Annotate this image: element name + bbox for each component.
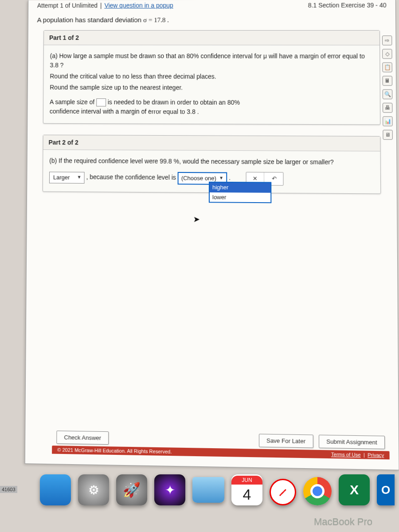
rail-icon-6[interactable]: 🖶 <box>383 103 393 113</box>
left-badge: 41603 <box>0 486 17 493</box>
dock-region: 41603 ⚙ 🚀 ✦ JUN 4 ⟋ X O <box>0 461 399 505</box>
anydesk-icon[interactable]: ⟋ <box>270 479 296 505</box>
rail-icon-2[interactable]: ◇ <box>382 49 392 59</box>
part2-question: (b) If the required confidence level wer… <box>49 156 374 167</box>
copyright-text: © 2021 McGraw-Hill Education. All Rights… <box>57 447 172 454</box>
ans-post1: is needed to be drawn in order to obtain… <box>108 98 240 106</box>
finder-icon[interactable] <box>40 474 71 505</box>
cursor-icon: ➤ <box>193 214 200 224</box>
view-in-popup-link[interactable]: View question in a popup <box>104 2 173 9</box>
problem-intro: A population has standard deviation σ = … <box>28 12 396 30</box>
attempt-label: Attempt 1 of Unlimited <box>37 2 98 9</box>
folder-icon[interactable] <box>192 477 224 503</box>
assignment-window: Attempt 1 of Unlimited | View question i… <box>25 0 399 470</box>
part1-hint1: Round the critical value to no less than… <box>50 72 373 82</box>
check-answer-button[interactable]: Check Answer <box>56 430 109 445</box>
intro-text: A population has standard deviation <box>37 16 144 23</box>
rail-icon-1[interactable]: ⇨ <box>382 35 392 45</box>
rail-icon-5[interactable]: 🔍 <box>383 89 393 99</box>
macbook-label: MacBook Pro <box>314 516 372 528</box>
rail-icon-4[interactable]: 🖩 <box>383 76 393 86</box>
option-higher[interactable]: higher <box>210 183 270 193</box>
ans-post2: confidence interval with a margin of err… <box>50 108 199 115</box>
dock: ⚙ 🚀 ✦ JUN 4 ⟋ X O <box>35 470 399 505</box>
rail-icon-8[interactable]: 🖥 <box>383 130 393 140</box>
larger-smaller-select[interactable]: Larger <box>49 172 85 183</box>
launchpad-icon[interactable]: 🚀 <box>116 474 147 505</box>
rail-icon-3[interactable]: 📋 <box>382 63 392 72</box>
reason-dropdown[interactable]: higher lower <box>209 182 271 203</box>
sigma-value: σ = 17.8 . <box>143 16 169 23</box>
part1-card: Part 1 of 2 (a) How large a sample must … <box>43 30 380 125</box>
reason-placeholder: (Choose one) <box>181 175 216 182</box>
section-label: 8.1 Section Exercise 39 - 40 <box>308 2 387 9</box>
save-for-later-button[interactable]: Save For Later <box>259 434 313 448</box>
sample-size-input[interactable] <box>96 98 106 106</box>
ans-pre: A sample size of <box>50 98 96 106</box>
part2-title: Part 2 of 2 <box>43 135 380 152</box>
option-lower[interactable]: lower <box>210 192 270 202</box>
siri-icon[interactable]: ✦ <box>154 474 185 505</box>
outlook-icon[interactable]: O <box>377 474 395 505</box>
calendar-icon[interactable]: JUN 4 <box>231 474 262 505</box>
part1-title: Part 1 of 2 <box>44 31 379 45</box>
rail-icon-7[interactable]: 📊 <box>383 116 393 126</box>
tool-rail: ⇨ ◇ 📋 🖩 🔍 🖶 📊 🖥 <box>382 35 395 140</box>
question-header: Attempt 1 of Unlimited | View question i… <box>28 0 395 12</box>
excel-icon[interactable]: X <box>339 474 370 505</box>
settings-icon[interactable]: ⚙ <box>78 474 109 505</box>
terms-link[interactable]: Terms of Use <box>331 452 361 458</box>
larger-smaller-value: Larger <box>53 174 70 180</box>
part2-card: Part 2 of 2 (b) If the required confiden… <box>43 135 381 194</box>
calendar-day: 4 <box>243 485 251 504</box>
part1-question-a: (a) How large a sample must be drawn so … <box>50 51 374 70</box>
part1-hint2: Round the sample size up to the nearest … <box>50 83 373 93</box>
because-text: , because the confidence level is <box>86 173 177 181</box>
submit-assignment-button[interactable]: Submit Assignment <box>319 435 385 450</box>
privacy-link[interactable]: Privacy <box>368 452 384 458</box>
bottom-bar: Check Answer Save For Later Submit Assig… <box>25 427 399 460</box>
chrome-icon[interactable] <box>303 477 332 505</box>
calendar-month: JUN <box>231 476 262 485</box>
